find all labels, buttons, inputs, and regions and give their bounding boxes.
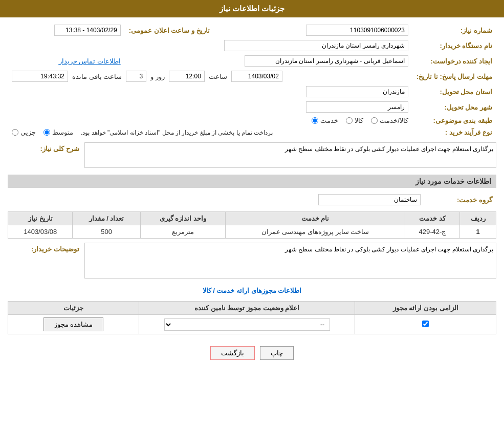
purchase-type-medium-radio[interactable]: [43, 129, 50, 136]
col-permit-details: جزئیات: [8, 302, 139, 315]
days-label: روز و: [150, 73, 165, 80]
buyer-name-value: [8, 38, 412, 53]
service-group-input[interactable]: [318, 194, 421, 205]
city-label: شهر محل تحویل:: [412, 99, 496, 115]
permit-status-select[interactable]: --: [164, 318, 330, 331]
purchase-type-row: نوع فرآیند خرید : جزیی متوسط: [8, 126, 496, 138]
permit-row: -- مشاهده مجوز: [8, 315, 496, 334]
cell-date: 1403/03/08: [8, 225, 73, 239]
need-description-section: شرح کلی نیاز: برگذاری استعلام جهت اجرای …: [8, 142, 496, 169]
main-content: شماره نیاز: تاریخ و ساعت اعلان عمومی: نا…: [0, 17, 504, 373]
deadline-days-input[interactable]: [126, 71, 146, 82]
province-value: [8, 84, 412, 99]
deadline-value: ساعت باقی مانده روز و ساعت: [8, 69, 412, 84]
purchase-type-medium-label: متوسط: [52, 129, 73, 136]
buyer-notes-textarea[interactable]: برگذاری استعلام جهت اجرای عملیات دیوار ک…: [84, 243, 496, 279]
view-permit-button[interactable]: مشاهده مجوز: [43, 317, 104, 331]
category-radio-group: خدمت کالا کالا/خدمت: [312, 117, 408, 124]
deadline-date-input[interactable]: [231, 71, 282, 82]
category-both-item: کالا/خدمت: [371, 117, 408, 124]
service-group-label: گروه خدمت:: [425, 192, 496, 207]
permits-table-head: الزامی بودن ارائه مجوز اعلام وضعیت مجوز …: [8, 302, 496, 315]
need-number-value: [239, 23, 412, 38]
deadline-remaining-input[interactable]: [12, 71, 68, 82]
purchase-type-value: جزیی متوسط پرداخت تمام یا بخشی از مبلغ خ…: [8, 126, 412, 138]
cell-service-name: ساخت سایر پروژه‌های مهندسی عمران: [226, 225, 405, 239]
creator-label: ایجاد کننده درخواست:: [412, 53, 496, 69]
creator-row: ایجاد کننده درخواست: اطلاعات تماس خریدار: [8, 53, 496, 69]
purchase-type-small-label: جزیی: [20, 129, 36, 136]
creator-input[interactable]: [245, 55, 408, 67]
service-group-value: [8, 192, 425, 207]
city-row: شهر محل تحویل:: [8, 99, 496, 115]
cell-service-code: ج-42-429: [405, 225, 460, 239]
time-label: ساعت: [209, 73, 227, 80]
permit-details-cell: مشاهده مجوز: [8, 315, 139, 334]
col-unit: واحد اندازه گیری: [140, 212, 226, 225]
services-table: ردیف کد خدمت نام خدمت واحد اندازه گیری ت…: [8, 211, 496, 239]
category-service-label: خدمت: [320, 117, 338, 124]
purchase-type-note: پرداخت تمام یا بخشی از مبلغ خریدار از مح…: [81, 129, 273, 136]
col-service-name: نام خدمت: [226, 212, 405, 225]
permits-section-link[interactable]: اطلاعات مجوزهای ارائه خدمت / کالا: [8, 284, 496, 297]
permit-required-checkbox[interactable]: [422, 321, 429, 327]
deadline-time-input[interactable]: [169, 71, 205, 82]
permit-required-cell: [355, 315, 496, 334]
col-quantity: تعداد / مقدار: [73, 212, 140, 225]
col-date: تاریخ نیاز: [8, 212, 73, 225]
category-row: طبقه بندی موضوعی: خدمت کالا کالا/خدمت: [8, 115, 496, 126]
need-number-row: شماره نیاز: تاریخ و ساعت اعلان عمومی:: [8, 23, 496, 38]
services-table-head: ردیف کد خدمت نام خدمت واحد اندازه گیری ت…: [8, 212, 496, 225]
purchase-type-label: نوع فرآیند خرید :: [412, 126, 496, 138]
services-table-body: 1 ج-42-429 ساخت سایر پروژه‌های مهندسی عم…: [8, 225, 496, 239]
announcement-date-label: تاریخ و ساعت اعلان عمومی:: [125, 23, 214, 38]
cell-quantity: 500: [73, 225, 140, 239]
need-description-wrapper: برگذاری استعلام جهت اجرای عملیات دیوار ک…: [84, 142, 496, 169]
col-service-code: کد خدمت: [405, 212, 460, 225]
category-label: طبقه بندی موضوعی:: [412, 115, 496, 126]
permit-status-cell: --: [139, 315, 355, 334]
service-group-table: گروه خدمت:: [8, 192, 496, 207]
buyer-notes-wrapper: برگذاری استعلام جهت اجرای عملیات دیوار ک…: [84, 243, 496, 280]
purchase-type-small-radio[interactable]: [12, 129, 18, 136]
page-wrapper: جزئیات اطلاعات نیاز شماره نیاز: تاریخ و …: [0, 0, 504, 448]
need-description-textarea[interactable]: برگذاری استعلام جهت اجرای عملیات دیوار ک…: [84, 142, 496, 168]
province-row: استان محل تحویل:: [8, 84, 496, 99]
category-service-radio[interactable]: [312, 117, 318, 124]
buyer-name-row: نام دستگاه خریدار:: [8, 38, 496, 53]
col-permit-status: اعلام وضعیت مجوز توسط نامین کننده: [139, 302, 355, 315]
remaining-label: ساعت باقی مانده: [72, 73, 122, 80]
category-goods-radio[interactable]: [346, 117, 353, 124]
category-both-radio[interactable]: [371, 117, 378, 124]
purchase-type-small-item: جزیی: [12, 129, 36, 136]
permits-header-row: الزامی بودن ارائه مجوز اعلام وضعیت مجوز …: [8, 302, 496, 315]
col-permit-required: الزامی بودن ارائه مجوز: [355, 302, 496, 315]
print-button[interactable]: چاپ: [260, 346, 294, 360]
creator-value: [125, 53, 412, 69]
category-value: خدمت کالا کالا/خدمت: [8, 115, 412, 126]
permits-table: الزامی بودن ارائه مجوز اعلام وضعیت مجوز …: [8, 301, 496, 334]
province-label: استان محل تحویل:: [412, 84, 496, 99]
need-description-label: شرح کلی نیاز:: [8, 142, 79, 153]
permits-table-body: -- مشاهده مجوز: [8, 315, 496, 334]
main-form-table: شماره نیاز: تاریخ و ساعت اعلان عمومی: نا…: [8, 23, 496, 138]
back-button[interactable]: بازگشت: [210, 346, 255, 360]
category-goods-label: کالا: [355, 117, 363, 124]
province-input[interactable]: [306, 86, 408, 97]
services-header-row: ردیف کد خدمت نام خدمت واحد اندازه گیری ت…: [8, 212, 496, 225]
city-input[interactable]: [306, 101, 408, 113]
announcement-date-input[interactable]: [54, 25, 121, 36]
buyer-notes-section: توضیحات خریدار: برگذاری استعلام جهت اجرا…: [8, 243, 496, 280]
need-number-input[interactable]: [306, 25, 408, 36]
buyer-notes-label: توضیحات خریدار:: [8, 243, 79, 253]
buyer-name-label: نام دستگاه خریدار:: [412, 38, 496, 53]
purchase-type-medium-item: متوسط: [43, 129, 73, 136]
services-section-title: اطلاعات خدمات مورد نیاز: [8, 175, 496, 188]
service-group-row: گروه خدمت:: [8, 192, 496, 207]
creator-contact-link[interactable]: اطلاعات تماس خریدار: [59, 57, 121, 65]
category-service-item: خدمت: [312, 117, 338, 124]
deadline-label: مهلت ارسال پاسخ: تا تاریخ:: [412, 69, 496, 84]
category-goods-item: کالا: [346, 117, 363, 124]
page-title: جزئیات اطلاعات نیاز: [220, 4, 284, 13]
buyer-name-input[interactable]: [224, 40, 408, 51]
